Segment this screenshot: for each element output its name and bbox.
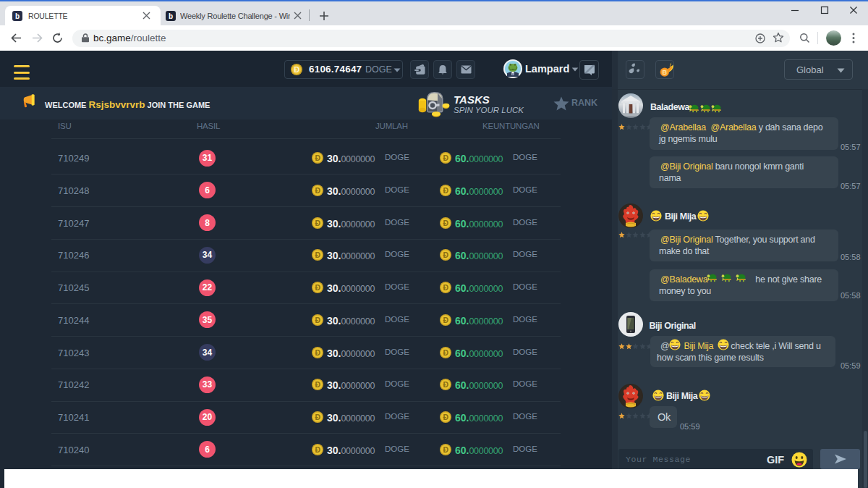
svg-text:Đ: Đ bbox=[443, 186, 448, 195]
svg-text:Đ: Đ bbox=[315, 186, 320, 195]
svg-text:Đ: Đ bbox=[443, 413, 448, 421]
svg-text:Đ: Đ bbox=[315, 153, 320, 162]
svg-text:Đ: Đ bbox=[315, 316, 320, 324]
svg-text:b: b bbox=[15, 12, 20, 20]
svg-text:Đ: Đ bbox=[315, 445, 320, 454]
svg-text:Đ: Đ bbox=[294, 65, 299, 74]
svg-text:Đ: Đ bbox=[315, 283, 320, 292]
svg-text:Đ: Đ bbox=[443, 251, 448, 259]
svg-text:Đ: Đ bbox=[443, 316, 448, 324]
svg-text:Đ: Đ bbox=[315, 380, 320, 389]
svg-text:Đ: Đ bbox=[443, 445, 448, 454]
svg-text:Đ: Đ bbox=[315, 219, 320, 227]
svg-text:Đ: Đ bbox=[315, 251, 320, 259]
svg-text:Đ: Đ bbox=[443, 380, 448, 389]
svg-text:B: B bbox=[663, 69, 668, 76]
svg-text:Đ: Đ bbox=[443, 283, 448, 292]
svg-text:Đ: Đ bbox=[315, 413, 320, 421]
svg-text:Đ: Đ bbox=[443, 348, 448, 357]
svg-text:Đ: Đ bbox=[443, 153, 448, 162]
svg-text:Đ: Đ bbox=[443, 219, 448, 227]
svg-text:Đ: Đ bbox=[315, 348, 320, 357]
svg-text:b: b bbox=[169, 12, 173, 20]
